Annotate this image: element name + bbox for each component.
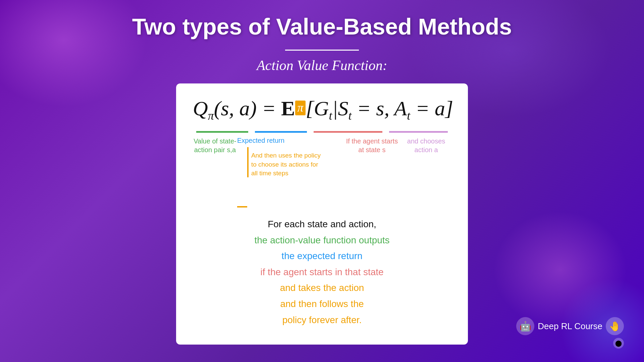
annotation-orange: And then uses the policy to choose its a… [251,151,322,178]
connector-line-vertical [247,147,249,177]
small-dot-icon: ⬤ [613,338,624,349]
avatar-icon: 🤖 [516,317,534,335]
summary-line5: and takes the action [254,280,389,296]
annotation-red: If the agent starts at state s [343,137,401,154]
connector-line-horizontal [237,206,247,207]
branding-box: 🤖 Deep RL Course 🤚 ⬤ [516,317,624,349]
top-icons-row: 🤖 Deep RL Course 🤚 [516,317,624,335]
annotation-blue: Expected return [237,137,284,144]
annotation-blue-area: Expected return And then uses the policy… [237,137,343,207]
small-circle-row: ⬤ [613,338,624,349]
divider [285,50,359,51]
branding-area: 🤖 Deep RL Course 🤚 ⬤ [516,317,624,349]
underline-red [314,131,382,133]
summary-line1: For each state and action, [254,216,389,232]
subtitle: Action Value Function: [257,57,387,73]
underline-green [196,131,248,133]
orange-connector-group: And then uses the policy to choose its a… [237,147,322,207]
summary-line4: if the agent starts in that state [254,264,389,280]
page-title: Two types of Value-Based Methods [132,13,512,40]
connector-lines [237,147,249,207]
summary-line7: policy forever after. [254,312,389,328]
underlines-row [193,131,451,135]
annotation-green: Value of state-action pair s,a [193,137,237,154]
content-box: Qπ(s, a) = Eπ[Gt|St = s, At = a] Value o… [176,83,468,345]
user-icon: 🤚 [606,317,624,335]
summary-line2: the action-value function outputs [254,232,389,248]
annotations-row: Value of state-action pair s,a Expected … [193,137,451,207]
summary-section: For each state and action, the action-va… [254,216,389,328]
annotation-pink: and chooses action a [401,137,451,154]
pi-box: π [295,101,305,115]
formula-section: Qπ(s, a) = Eπ[Gt|St = s, At = a] [193,97,451,128]
page-container: Two types of Value-Based Methods Action … [0,0,644,362]
branding-label: Deep RL Course [538,321,602,331]
underline-blue [255,131,307,133]
summary-line3: the expected return [254,248,389,264]
underline-pink [389,131,448,133]
summary-line6: and then follows the [254,296,389,312]
formula: Qπ(s, a) = Eπ[Gt|St = s, At = a] [193,97,451,123]
